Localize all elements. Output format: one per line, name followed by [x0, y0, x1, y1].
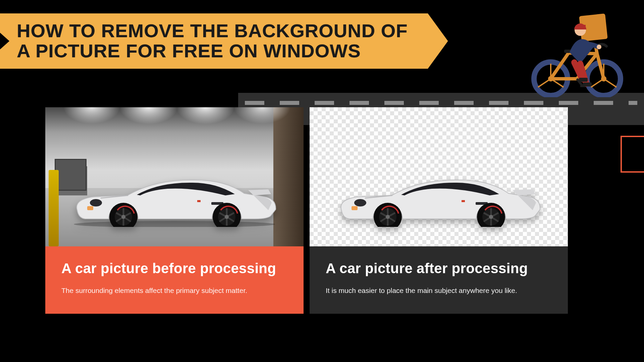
- caption-after: A car picture after processing It is muc…: [310, 246, 568, 314]
- car-icon: [331, 163, 546, 227]
- svg-point-59: [386, 215, 390, 219]
- image-before: [45, 107, 304, 246]
- svg-point-27: [90, 199, 102, 206]
- car-icon: [67, 163, 282, 227]
- svg-point-49: [354, 199, 366, 206]
- svg-rect-24: [583, 82, 592, 86]
- caption-before-heading: A car picture before processing: [61, 260, 287, 277]
- title-line-1: HOW TO REMOVE THE BACKGROUND OF: [17, 21, 408, 41]
- svg-point-25: [74, 221, 275, 227]
- arrow-icon: [0, 33, 9, 49]
- svg-point-46: [225, 215, 229, 219]
- image-after: [310, 107, 568, 246]
- svg-rect-47: [197, 200, 201, 202]
- caption-after-heading: A car picture after processing: [326, 260, 552, 277]
- cyclist-delivery-icon: [530, 13, 624, 97]
- comparison-cards: A car picture before processing The surr…: [45, 107, 568, 314]
- title-banner: HOW TO REMOVE THE BACKGROUND OF A PICTUR…: [0, 13, 448, 69]
- svg-point-20: [597, 45, 601, 49]
- svg-rect-26: [87, 206, 93, 210]
- svg-rect-22: [584, 25, 586, 28]
- card-before: A car picture before processing The surr…: [45, 107, 304, 314]
- svg-line-6: [538, 79, 551, 87]
- svg-point-37: [121, 215, 125, 219]
- svg-rect-48: [352, 206, 358, 210]
- title-line-2: A PICTURE FOR FREE ON WINDOWS: [17, 41, 408, 61]
- svg-rect-23: [579, 78, 588, 82]
- svg-line-9: [591, 79, 604, 87]
- svg-line-14: [597, 54, 604, 79]
- caption-before: A car picture before processing The surr…: [45, 246, 304, 314]
- caption-after-body: It is much easier to place the main subj…: [326, 285, 552, 296]
- svg-line-8: [604, 79, 616, 87]
- card-after: A car picture after processing It is muc…: [310, 107, 568, 314]
- highlight-outline: [621, 136, 644, 173]
- svg-rect-69: [462, 200, 465, 202]
- svg-point-68: [489, 215, 493, 219]
- caption-before-body: The surrounding elements affect the prim…: [61, 285, 287, 296]
- page-title: HOW TO REMOVE THE BACKGROUND OF A PICTUR…: [17, 21, 408, 61]
